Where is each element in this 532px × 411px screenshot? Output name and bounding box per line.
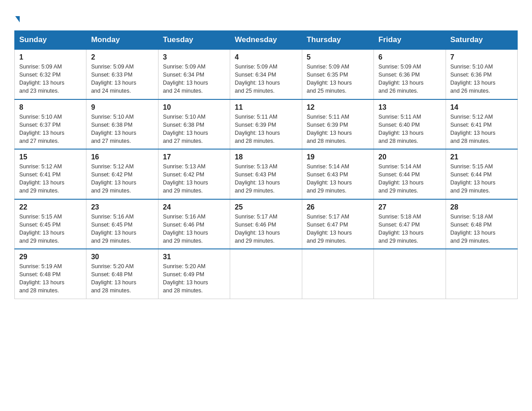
- logo-triangle-icon: [15, 16, 20, 22]
- calendar-cell: 21 Sunrise: 5:15 AMSunset: 6:44 PMDaylig…: [446, 149, 517, 199]
- calendar-cell: 9 Sunrise: 5:10 AMSunset: 6:38 PMDayligh…: [86, 99, 158, 150]
- calendar-cell: [374, 249, 446, 299]
- day-info: Sunrise: 5:09 AMSunset: 6:35 PMDaylight:…: [307, 64, 352, 94]
- calendar-cell: 1 Sunrise: 5:09 AMSunset: 6:32 PMDayligh…: [15, 49, 86, 99]
- day-info: Sunrise: 5:09 AMSunset: 6:34 PMDaylight:…: [235, 64, 280, 94]
- day-number: 12: [307, 103, 369, 111]
- calendar-cell: 18 Sunrise: 5:13 AMSunset: 6:43 PMDaylig…: [230, 149, 302, 199]
- calendar-cell: [302, 249, 373, 299]
- day-info: Sunrise: 5:20 AMSunset: 6:49 PMDaylight:…: [163, 263, 208, 294]
- header-wednesday: Wednesday: [230, 31, 302, 50]
- day-number: 18: [235, 153, 297, 161]
- calendar-cell: 26 Sunrise: 5:17 AMSunset: 6:47 PMDaylig…: [302, 199, 373, 249]
- calendar-cell: 23 Sunrise: 5:16 AMSunset: 6:45 PMDaylig…: [86, 199, 158, 249]
- day-number: 20: [378, 153, 441, 161]
- calendar-cell: 29 Sunrise: 5:19 AMSunset: 6:48 PMDaylig…: [15, 249, 86, 299]
- calendar-cell: 31 Sunrise: 5:20 AMSunset: 6:49 PMDaylig…: [158, 249, 230, 299]
- calendar-cell: 11 Sunrise: 5:11 AMSunset: 6:39 PMDaylig…: [230, 99, 302, 150]
- day-number: 3: [163, 53, 225, 61]
- day-info: Sunrise: 5:19 AMSunset: 6:48 PMDaylight:…: [19, 263, 64, 294]
- day-number: 1: [19, 53, 82, 61]
- calendar-cell: 25 Sunrise: 5:17 AMSunset: 6:46 PMDaylig…: [230, 199, 302, 249]
- header-sunday: Sunday: [15, 31, 86, 50]
- day-number: 17: [163, 153, 225, 161]
- calendar-cell: 16 Sunrise: 5:12 AMSunset: 6:42 PMDaylig…: [86, 149, 158, 199]
- calendar-cell: [230, 249, 302, 299]
- day-number: 26: [307, 203, 369, 211]
- day-info: Sunrise: 5:13 AMSunset: 6:42 PMDaylight:…: [163, 163, 208, 194]
- week-row-3: 15 Sunrise: 5:12 AMSunset: 6:41 PMDaylig…: [15, 149, 518, 199]
- day-info: Sunrise: 5:12 AMSunset: 6:41 PMDaylight:…: [450, 114, 496, 144]
- day-number: 14: [450, 103, 513, 111]
- logo: [14, 11, 20, 23]
- day-info: Sunrise: 5:12 AMSunset: 6:41 PMDaylight:…: [19, 163, 64, 194]
- day-number: 23: [91, 203, 153, 211]
- calendar-cell: 17 Sunrise: 5:13 AMSunset: 6:42 PMDaylig…: [158, 149, 230, 199]
- day-number: 5: [307, 53, 369, 61]
- calendar-cell: 3 Sunrise: 5:09 AMSunset: 6:34 PMDayligh…: [158, 49, 230, 99]
- day-info: Sunrise: 5:20 AMSunset: 6:48 PMDaylight:…: [91, 263, 136, 294]
- day-info: Sunrise: 5:17 AMSunset: 6:47 PMDaylight:…: [307, 214, 352, 244]
- day-number: 4: [235, 53, 297, 61]
- day-info: Sunrise: 5:16 AMSunset: 6:46 PMDaylight:…: [163, 214, 208, 244]
- day-info: Sunrise: 5:11 AMSunset: 6:39 PMDaylight:…: [235, 114, 280, 144]
- day-number: 30: [91, 253, 153, 261]
- day-number: 21: [450, 153, 513, 161]
- day-number: 8: [19, 103, 82, 111]
- day-info: Sunrise: 5:10 AMSunset: 6:38 PMDaylight:…: [163, 114, 208, 144]
- calendar-cell: 12 Sunrise: 5:11 AMSunset: 6:39 PMDaylig…: [302, 99, 373, 150]
- day-number: 24: [163, 203, 225, 211]
- calendar-cell: 22 Sunrise: 5:15 AMSunset: 6:45 PMDaylig…: [15, 199, 86, 249]
- header-saturday: Saturday: [446, 31, 517, 50]
- calendar-cell: 2 Sunrise: 5:09 AMSunset: 6:33 PMDayligh…: [86, 49, 158, 99]
- day-number: 16: [91, 153, 153, 161]
- day-info: Sunrise: 5:10 AMSunset: 6:37 PMDaylight:…: [19, 114, 64, 144]
- day-number: 28: [450, 203, 513, 211]
- day-number: 9: [91, 103, 153, 111]
- calendar-cell: 19 Sunrise: 5:14 AMSunset: 6:43 PMDaylig…: [302, 149, 373, 199]
- calendar-table: SundayMondayTuesdayWednesdayThursdayFrid…: [14, 30, 518, 299]
- day-number: 7: [450, 53, 513, 61]
- calendar-cell: 20 Sunrise: 5:14 AMSunset: 6:44 PMDaylig…: [374, 149, 446, 199]
- header-friday: Friday: [374, 31, 446, 50]
- week-row-4: 22 Sunrise: 5:15 AMSunset: 6:45 PMDaylig…: [15, 199, 518, 249]
- calendar-cell: 10 Sunrise: 5:10 AMSunset: 6:38 PMDaylig…: [158, 99, 230, 150]
- day-info: Sunrise: 5:09 AMSunset: 6:32 PMDaylight:…: [19, 64, 64, 94]
- day-info: Sunrise: 5:09 AMSunset: 6:36 PMDaylight:…: [378, 64, 424, 94]
- day-number: 31: [163, 253, 225, 261]
- header-monday: Monday: [86, 31, 158, 50]
- calendar-cell: 15 Sunrise: 5:12 AMSunset: 6:41 PMDaylig…: [15, 149, 86, 199]
- day-info: Sunrise: 5:09 AMSunset: 6:33 PMDaylight:…: [91, 64, 136, 94]
- day-info: Sunrise: 5:17 AMSunset: 6:46 PMDaylight:…: [235, 214, 280, 244]
- day-number: 27: [378, 203, 441, 211]
- calendar-cell: 8 Sunrise: 5:10 AMSunset: 6:37 PMDayligh…: [15, 99, 86, 150]
- calendar-cell: 27 Sunrise: 5:18 AMSunset: 6:47 PMDaylig…: [374, 199, 446, 249]
- day-number: 19: [307, 153, 369, 161]
- day-number: 22: [19, 203, 82, 211]
- day-info: Sunrise: 5:18 AMSunset: 6:47 PMDaylight:…: [378, 214, 424, 244]
- header-thursday: Thursday: [302, 31, 373, 50]
- day-info: Sunrise: 5:11 AMSunset: 6:39 PMDaylight:…: [307, 114, 352, 144]
- day-info: Sunrise: 5:10 AMSunset: 6:38 PMDaylight:…: [91, 114, 136, 144]
- day-info: Sunrise: 5:10 AMSunset: 6:36 PMDaylight:…: [450, 64, 496, 94]
- day-number: 29: [19, 253, 82, 261]
- calendar-cell: 6 Sunrise: 5:09 AMSunset: 6:36 PMDayligh…: [374, 49, 446, 99]
- day-number: 10: [163, 103, 225, 111]
- day-info: Sunrise: 5:14 AMSunset: 6:44 PMDaylight:…: [378, 163, 424, 194]
- calendar-cell: 28 Sunrise: 5:18 AMSunset: 6:48 PMDaylig…: [446, 199, 517, 249]
- calendar-cell: 7 Sunrise: 5:10 AMSunset: 6:36 PMDayligh…: [446, 49, 517, 99]
- day-number: 13: [378, 103, 441, 111]
- day-info: Sunrise: 5:18 AMSunset: 6:48 PMDaylight:…: [450, 214, 496, 244]
- day-info: Sunrise: 5:15 AMSunset: 6:44 PMDaylight:…: [450, 163, 496, 194]
- day-info: Sunrise: 5:09 AMSunset: 6:34 PMDaylight:…: [163, 64, 208, 94]
- calendar-cell: 24 Sunrise: 5:16 AMSunset: 6:46 PMDaylig…: [158, 199, 230, 249]
- logo-general-line: [14, 11, 20, 23]
- calendar-header-row: SundayMondayTuesdayWednesdayThursdayFrid…: [15, 31, 518, 50]
- header-tuesday: Tuesday: [158, 31, 230, 50]
- day-number: 11: [235, 103, 297, 111]
- day-number: 25: [235, 203, 297, 211]
- week-row-5: 29 Sunrise: 5:19 AMSunset: 6:48 PMDaylig…: [15, 249, 518, 299]
- calendar-cell: [446, 249, 517, 299]
- day-info: Sunrise: 5:11 AMSunset: 6:40 PMDaylight:…: [378, 114, 424, 144]
- week-row-2: 8 Sunrise: 5:10 AMSunset: 6:37 PMDayligh…: [15, 99, 518, 150]
